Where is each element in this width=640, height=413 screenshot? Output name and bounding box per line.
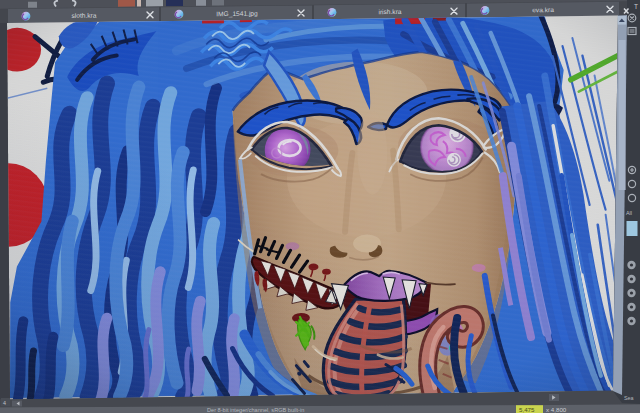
svg-text:Der 8-bit integer/channel, sRG: Der 8-bit integer/channel, sRGB built-in (207, 407, 304, 413)
svg-text:T: T (634, 3, 638, 10)
svg-text:All: All (626, 210, 632, 216)
svg-text:5,475: 5,475 (519, 406, 535, 413)
svg-text:sloth.kra: sloth.kra (72, 12, 97, 19)
svg-text:Sea: Sea (624, 395, 634, 401)
svg-text:4: 4 (3, 400, 6, 406)
svg-text:irish.kra: irish.kra (378, 8, 401, 15)
svg-text:eva.kra: eva.kra (532, 6, 554, 13)
svg-text:x 4,800: x 4,800 (546, 406, 567, 413)
